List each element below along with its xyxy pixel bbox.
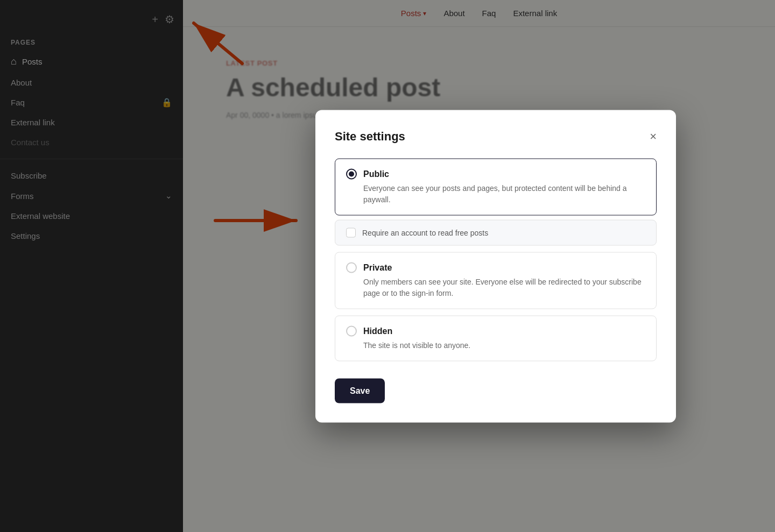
option-hidden-label: Hidden bbox=[363, 326, 392, 336]
radio-private bbox=[346, 262, 357, 273]
save-button[interactable]: Save bbox=[335, 378, 385, 403]
sub-option-label: Require an account to read free posts bbox=[362, 228, 488, 237]
checkbox-require-account[interactable] bbox=[346, 228, 356, 237]
option-private-header: Private bbox=[346, 262, 645, 273]
option-private-description: Only members can see your site. Everyone… bbox=[363, 276, 645, 299]
modal-title: Site settings bbox=[335, 129, 405, 143]
radio-hidden bbox=[346, 325, 357, 336]
option-hidden-header: Hidden bbox=[346, 325, 645, 336]
radio-public bbox=[346, 168, 357, 179]
option-hidden[interactable]: Hidden The site is not visible to anyone… bbox=[335, 315, 657, 361]
modal-header: Site settings × bbox=[335, 129, 657, 143]
sub-option-require-account[interactable]: Require an account to read free posts bbox=[335, 219, 657, 245]
option-hidden-description: The site is not visible to anyone. bbox=[363, 339, 645, 351]
option-public-label: Public bbox=[363, 169, 389, 179]
option-public[interactable]: Public Everyone can see your posts and p… bbox=[335, 158, 657, 215]
option-private-label: Private bbox=[363, 263, 392, 272]
option-public-header: Public bbox=[346, 168, 645, 179]
site-settings-modal: Site settings × Public Everyone can see … bbox=[315, 110, 676, 422]
option-public-description: Everyone can see your posts and pages, b… bbox=[363, 182, 645, 205]
close-button[interactable]: × bbox=[650, 130, 657, 142]
option-private[interactable]: Private Only members can see your site. … bbox=[335, 252, 657, 309]
radio-public-fill bbox=[349, 171, 354, 176]
